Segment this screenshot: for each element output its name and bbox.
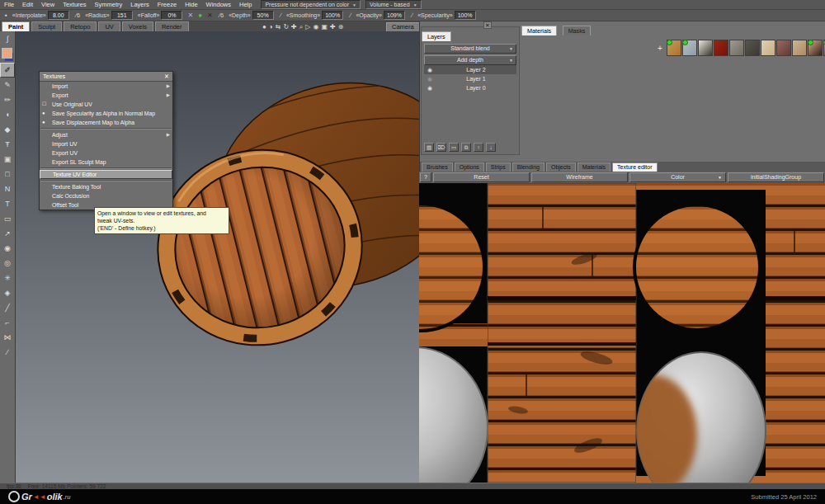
ring-tool-icon[interactable]: ◎ [0,256,15,271]
layer-row[interactable]: ◉ Layer 0 [424,83,516,92]
stamp-tool-icon[interactable]: Ŧ [0,137,15,152]
symmetry-tool-icon[interactable]: ⋈ [0,330,15,345]
radius-value[interactable]: 151 [111,11,133,20]
move-layer-up-icon[interactable]: ↑ [474,143,483,152]
menu-item-use-original-uv[interactable]: ☐Use Original UV [40,100,172,109]
menu-freeze[interactable]: Freeze [153,1,181,8]
camera-nav-icon[interactable]: ⊕ [338,23,344,31]
close-icon[interactable]: ✕ [483,21,492,29]
color-swatch-icon[interactable] [0,46,15,63]
menu-item-save-displacement[interactable]: ●Save Displacement Map to Alpha [40,118,172,127]
color-mode-dropdown[interactable]: Color ▼ [629,172,726,182]
speckle-material-thumbnail[interactable] [698,40,713,56]
help-button[interactable]: ? [420,172,431,182]
falloff-value[interactable]: 0% [161,11,182,20]
menu-windows[interactable]: Windows [202,1,235,8]
menu-view[interactable]: View [37,1,59,8]
menu-layers[interactable]: Layers [126,1,153,8]
menu-item-texture-baking-tool[interactable]: Texture Baking Tool [40,182,172,191]
close-icon[interactable]: ✕ [164,73,169,80]
layers-panel-tab[interactable]: Layers [422,31,451,41]
gray-material-thumbnail[interactable] [729,40,744,56]
layer-visibility-icon[interactable]: ◉ [424,65,436,74]
menu-item-save-specularity[interactable]: ●Save Specularity as Alpha in Normal Map [40,109,172,118]
menu-file[interactable]: File [0,1,18,8]
menu-item-export[interactable]: Export▶ [40,91,172,100]
new-layer-icon[interactable]: ▧ [424,143,434,152]
duplicate-layer-icon[interactable]: ⧉ [461,143,471,152]
eraser-tool-icon[interactable]: ✏ [0,92,15,107]
opacity-value[interactable]: 109% [384,11,405,20]
flower-tool-icon[interactable]: ✳ [0,271,15,285]
pencil-tool-icon[interactable]: ✎ [0,78,15,92]
smudge-tool-icon[interactable]: ◖ [0,107,15,122]
volume-mode-dropdown[interactable]: Volume - based ▼ [365,0,422,9]
extrude-tool-icon[interactable]: ⌐ [0,315,15,330]
camera-tab[interactable]: Camera [386,22,420,31]
depth-mode-dropdown[interactable]: Add depth ▼ [424,55,516,65]
camera-nav-icon[interactable]: ⇆ [276,23,281,31]
dot-tool-icon[interactable]: ◉ [0,241,15,256]
tab-uv[interactable]: UV [98,21,120,31]
brush-preset-icon[interactable]: ▪ [5,12,7,19]
menu-symmetry[interactable]: Symmetry [91,1,127,8]
camera-nav-icon[interactable]: ↻ [283,23,289,31]
pen-icon[interactable]: ∕ [350,12,351,19]
pen-tool-icon[interactable]: ↗ [0,226,15,241]
tan-material-thumbnail[interactable] [792,40,807,56]
tab-sculpt[interactable]: Sculpt [31,21,62,31]
menu-item-adjust[interactable]: Adjust▶ [40,130,172,139]
red-material-thumbnail[interactable] [714,40,728,56]
specularity-value[interactable]: 100% [455,11,476,20]
camera-nav-icon[interactable]: ✚ [291,23,297,31]
menu-hide[interactable]: Hide [181,1,201,8]
pen-icon[interactable]: ∕ [280,12,281,19]
menu-item-export-sl-sculpt-map[interactable]: Export SL Sculpt Map [40,158,172,167]
pen-icon[interactable]: ∕ [412,12,412,19]
camera-nav-icon[interactable]: ● [262,23,266,31]
camera-nav-icon[interactable]: ◉ [313,23,318,31]
layer-visibility-icon[interactable]: ◉ [424,83,436,92]
interpolate-value[interactable]: 8.00 [48,11,69,20]
tab-materials-editor[interactable]: Materials [578,163,610,172]
tab-brushes[interactable]: Brushes [422,163,453,172]
curve-tool-icon[interactable]: N [0,181,15,196]
smoothing-value[interactable]: 100% [322,11,343,20]
add-material-button[interactable]: + [658,44,662,53]
camera-nav-icon[interactable]: ✚ [330,23,336,31]
dark-speckle-material-thumbnail[interactable] [745,40,760,56]
tab-blending[interactable]: Blending [512,163,544,172]
tab-masks[interactable]: Masks [563,26,592,35]
rect-tool-icon[interactable]: ▭ [0,211,15,226]
close-x-icon[interactable]: ✕ [207,12,213,19]
clone-tool-icon[interactable]: ▣ [0,152,15,167]
camera-nav-icon[interactable]: ◑ [269,23,273,31]
shapes-tool-icon[interactable]: □ [0,167,15,181]
layer-visibility-icon[interactable]: ◉ [424,74,436,83]
tab-materials[interactable]: Materials [521,26,557,35]
tab-strips[interactable]: Strips [486,163,511,172]
tab-paint[interactable]: Paint [2,21,30,31]
menu-item-texture-uv-editor[interactable]: Texture UV Editor [40,170,172,179]
layer-row[interactable]: ◉ Layer 1 [424,74,516,83]
camera-nav-icon[interactable]: ▣ [321,23,328,31]
texture-editor-canvas[interactable] [419,183,825,483]
camera-nav-icon[interactable]: ▷ [305,23,310,31]
stroke-tool-icon[interactable]: ∫ [0,31,15,46]
pressure-mode-dropdown[interactable]: Pressure not dependent on color ▼ [261,0,361,9]
face-photo-material-thumbnail[interactable] [808,40,823,56]
camera-nav-icon[interactable]: ⌕ [299,23,303,31]
tab-options[interactable]: Options [455,163,484,172]
move-layer-down-icon[interactable]: ↓ [486,143,496,152]
menu-item-import[interactable]: Import▶ [40,82,172,91]
primary-color-swatch[interactable] [2,48,12,59]
menu-textures[interactable]: Textures [59,1,90,8]
menu-item-import-uv[interactable]: Import UV [40,139,172,148]
menu-item-calc-occlusion[interactable]: Calc Occlusion [40,191,172,200]
menu-item-export-uv[interactable]: Export UV [40,148,172,158]
tab-render[interactable]: Render [155,21,189,31]
flatten-layer-icon[interactable]: ▭ [449,143,459,152]
pen-pressure-icon[interactable]: ∕6 [219,12,224,19]
gray-blue-material-thumbnail[interactable] [682,40,697,56]
plaid-material-thumbnail[interactable] [776,40,791,56]
